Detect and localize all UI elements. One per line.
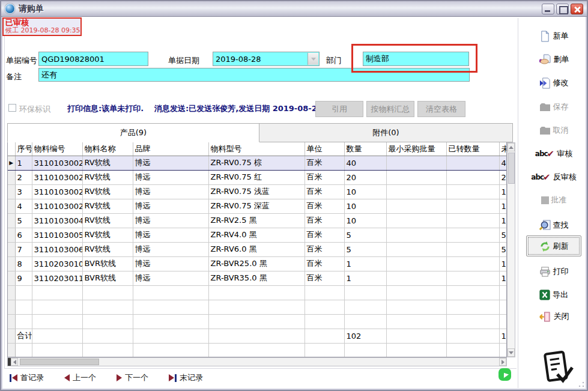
cell-unit: 百米	[305, 271, 344, 285]
cell-seq: 4	[15, 199, 32, 213]
cell-model: ZR-RV0.75 红	[208, 170, 305, 184]
cell-qty: 1	[344, 256, 386, 271]
table-row[interactable]: 331101030024RV软线博远ZR-RV0.75 浅蓝百米1010	[8, 184, 507, 199]
table-row[interactable]: 931102030111BVR软线博远ZR-BVR35.0 黑百米11	[8, 271, 507, 285]
status-ok-icon	[499, 368, 511, 381]
scroll-down-icon[interactable]	[508, 348, 515, 357]
cell-trans	[446, 285, 499, 300]
table-row[interactable]: 631101030057RV软线博远ZR-RV4.0 黑百米55	[8, 228, 507, 242]
cell-seq: 1	[15, 156, 32, 170]
empty-row	[8, 300, 507, 314]
cell-code	[32, 285, 82, 300]
cell-code: 31101030022	[32, 156, 82, 170]
unaudit-button[interactable]: abc✔ 反审核	[523, 170, 585, 184]
delete-doc-button[interactable]: 删单	[523, 52, 585, 67]
header-brand[interactable]: 品牌	[133, 142, 208, 156]
audit-status-box: 已审核 候工 2019-08-28 09:35	[2, 17, 82, 36]
header-unit[interactable]: 单位	[305, 142, 344, 156]
first-record-icon	[10, 374, 17, 382]
cell-model: ZR-RV0.75 棕	[208, 156, 305, 170]
cell-trans	[446, 184, 499, 199]
table-row[interactable]: 231101030023RV软线博远ZR-RV0.75 红百米2020	[8, 170, 507, 184]
summarize-by-material-button[interactable]: 按物料汇总	[366, 101, 414, 117]
header-untransferred[interactable]: 未转数量	[499, 142, 507, 156]
cell-qty: 102	[344, 329, 386, 343]
cell-brand	[133, 300, 208, 314]
header-code[interactable]: 物料编号	[32, 142, 82, 156]
approve-label: 批准	[551, 195, 567, 205]
next-record-button[interactable]: 下一个	[117, 372, 148, 383]
remark-field[interactable]: 还有	[38, 68, 470, 82]
scroll-up-icon[interactable]	[508, 143, 515, 151]
vertical-scroll-thumb[interactable]	[508, 153, 515, 184]
scroll-left-icon[interactable]	[11, 358, 18, 366]
doc-no-field[interactable]: QGD190828001	[38, 52, 148, 66]
audit-button[interactable]: abc✔ 审核	[523, 147, 585, 161]
header-qty[interactable]: 数量	[344, 142, 386, 156]
export-button[interactable]: 导出	[523, 288, 585, 302]
table-row[interactable]: 831102030101BVR软线博远ZR-BVR25.0 黑百米11	[8, 256, 507, 271]
first-record-button[interactable]: 首记录	[10, 372, 44, 383]
cell-qty: 10	[344, 199, 386, 213]
maximize-icon[interactable]	[556, 4, 569, 14]
cell-brand	[133, 329, 208, 343]
cell-qty: 40	[344, 156, 386, 170]
header-min-batch[interactable]: 最小采购批量	[386, 142, 446, 156]
table-header-row: 序号 物料编号 物料名称 品牌 物料型号 单位 数量 最小采购批量 已转数量 未…	[8, 142, 507, 156]
print-button[interactable]: 打印	[523, 264, 585, 279]
cell-model	[208, 314, 305, 329]
header-model[interactable]: 物料型号	[208, 142, 305, 156]
dept-field[interactable]: 制造部	[363, 52, 469, 66]
cell-trans	[446, 300, 499, 314]
cell-qty	[344, 314, 386, 329]
cell-untrans	[499, 314, 507, 329]
cell-brand	[133, 285, 208, 300]
row-indicator: ▶	[8, 156, 15, 170]
table-row[interactable]: 531101030048RV软线博远ZR-RV2.5 黑百米1010	[8, 213, 507, 228]
resize-grip[interactable]	[578, 381, 584, 387]
grid-horizontal-scrollbar[interactable]	[7, 357, 507, 366]
refresh-button-content[interactable]: 刷新	[523, 239, 585, 253]
table-row[interactable]: 431101030025RV软线博远ZR-RV0.75 深蓝百米1010	[8, 199, 507, 213]
cell-min	[386, 184, 446, 199]
grid-vertical-scrollbar[interactable]	[507, 142, 515, 357]
message-info-text: 消息发送:已发送张俊芳,发送日期 2019-08-28	[154, 103, 323, 114]
header-indicator	[8, 142, 15, 156]
tab-attachments[interactable]: 附件(0)	[259, 123, 513, 142]
cell-unit: 百米	[305, 228, 344, 242]
doc-date-label: 单据日期	[168, 55, 199, 66]
reference-button[interactable]: 引用	[315, 101, 363, 117]
tab-products[interactable]: 产品(9)	[7, 123, 259, 142]
horizontal-scroll-thumb[interactable]	[20, 359, 99, 365]
close-icon[interactable]	[571, 4, 583, 14]
header-name[interactable]: 物料名称	[82, 142, 133, 156]
new-doc-button[interactable]: 新单	[523, 29, 585, 43]
cell-untrans	[499, 343, 507, 357]
eco-checkbox[interactable]	[8, 104, 16, 112]
clear-table-button[interactable]: 清空表格	[417, 101, 465, 117]
cell-seq: 合计	[15, 329, 32, 343]
date-dropdown-icon[interactable]	[308, 53, 318, 65]
row-indicator	[8, 285, 15, 300]
cell-qty: 10	[344, 184, 386, 199]
app-window: 请购单 已审核 候工 2019-08-28 09:35 单据编号 QGD1908…	[0, 0, 588, 391]
sidebar-separator	[518, 18, 518, 388]
header-seq[interactable]: 序号	[15, 142, 32, 156]
cancel-icon	[539, 126, 551, 136]
cell-name	[82, 343, 133, 357]
minimize-icon[interactable]	[542, 4, 554, 14]
cell-brand: 博远	[133, 228, 208, 242]
table-row[interactable]: ▶131101030022RV软线博远ZR-RV0.75 棕百米4040	[8, 156, 507, 170]
close-form-button[interactable]: 关闭	[523, 309, 585, 324]
doc-date-field[interactable]: 2019-08-28	[213, 52, 320, 66]
scroll-right-icon[interactable]	[499, 358, 506, 366]
previous-record-button[interactable]: 上一个	[64, 372, 96, 383]
header-transferred[interactable]: 已转数量	[446, 142, 499, 156]
new-doc-label: 新单	[553, 31, 569, 41]
search-button[interactable]: 查找	[523, 218, 585, 232]
cell-code	[32, 343, 82, 357]
last-record-button[interactable]: 末记录	[169, 372, 203, 383]
modify-button[interactable]: 修改	[523, 76, 585, 90]
table-row[interactable]: 731101030066RV软线博远ZR-RV6.0 黑百米55	[8, 242, 507, 256]
cell-qty	[344, 285, 386, 300]
